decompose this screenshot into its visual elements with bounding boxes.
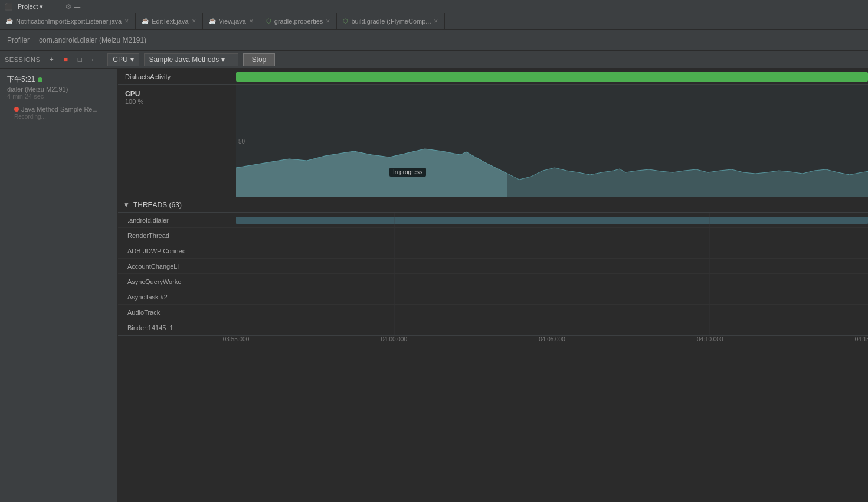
cpu-chart-title: CPU — [125, 90, 229, 98]
stop-session-button[interactable]: □ — [74, 54, 85, 65]
method-label: Sample Java Methods — [149, 56, 220, 64]
session-time-text: 下午5:21 — [7, 74, 35, 84]
project-label: Project — [18, 3, 38, 10]
close-icon2[interactable]: ✕ — [192, 18, 196, 24]
java-icon2: ☕ — [142, 18, 149, 24]
gradle-icon2: ⬡ — [343, 18, 348, 24]
close-icon4[interactable]: ✕ — [326, 18, 330, 24]
method-dropdown[interactable]: Sample Java Methods ▾ — [144, 53, 238, 66]
record-dot-icon — [14, 107, 19, 112]
table-row[interactable]: Binder:14145_1 — [118, 320, 868, 335]
thread-timeline-4 — [236, 274, 868, 289]
thread-timeline-7 — [236, 320, 868, 335]
time-label-3: 04:10.000 — [697, 336, 723, 343]
cpu-dropdown[interactable]: CPU ▾ — [107, 53, 139, 66]
table-row[interactable]: AsyncQueryWorke — [118, 274, 868, 289]
main-layout: 下午5:21 dialer (Meizu M2191) 4 min 24 sec… — [0, 69, 868, 502]
close-icon[interactable]: ✕ — [125, 18, 129, 24]
timeline-footer: 03:55.000 04:00.000 04:05.000 04:10.000 … — [118, 335, 868, 347]
table-row[interactable]: AudioTrack — [118, 305, 868, 320]
threads-header: ▼ THREADS (63) — [118, 197, 868, 213]
sidebar: 下午5:21 dialer (Meizu M2191) 4 min 24 sec… — [0, 69, 118, 502]
time-label-1: 04:00.000 — [381, 336, 408, 343]
minimize-icon[interactable]: — — [74, 3, 80, 11]
project-dropdown-icon: ▾ — [40, 3, 43, 11]
method-dropdown-arrow: ▾ — [221, 56, 225, 64]
recording-name: Java Method Sample Re... — [14, 106, 110, 113]
cpu-chart-area[interactable]: 50 In progress — [236, 85, 868, 197]
recording-item[interactable]: Java Method Sample Re... Recording... — [0, 103, 117, 122]
threads-title: THREADS (63) — [133, 201, 182, 209]
back-button[interactable]: ← — [89, 54, 99, 65]
time-label-2: 04:05.000 — [539, 336, 565, 343]
project-menu[interactable]: Project ▾ — [18, 3, 43, 11]
threads-section: ▼ THREADS (63) .android.dialer — [118, 197, 868, 502]
profiler-device: com.android.dialer (Meizu M2191) — [39, 36, 146, 44]
sessions-toolbar: SESSIONS + ■ □ ← CPU ▾ Sample Java Metho… — [0, 51, 868, 69]
app-icon: ⬛ — [5, 3, 13, 11]
tab-edittext[interactable]: ☕ EditText.java ✕ — [136, 13, 202, 29]
session-item[interactable]: 下午5:21 dialer (Meizu M2191) 4 min 24 sec — [0, 71, 117, 103]
thread-timeline-2 — [236, 243, 868, 258]
activity-header: DialtactsActivity — [118, 69, 868, 85]
stop-button-toolbar[interactable]: Stop — [243, 53, 276, 66]
table-row[interactable]: .android.dialer — [118, 213, 868, 228]
thread-timeline-5 — [236, 289, 868, 304]
session-active-dot — [38, 77, 42, 82]
cpu-max-percent: 100 % — [125, 98, 229, 105]
profiler-bar: Profiler com.android.dialer (Meizu M2191… — [0, 30, 868, 51]
table-row[interactable]: AccountChangeLi — [118, 259, 868, 274]
close-icon5[interactable]: ✕ — [434, 18, 438, 24]
collapse-icon[interactable]: ▼ — [123, 201, 130, 209]
add-session-button[interactable]: + — [46, 54, 57, 65]
cpu-chart-svg — [236, 85, 868, 197]
title-bar: ⬛ Project ▾ ⚙ — — [0, 0, 868, 13]
settings-icon[interactable]: ⚙ — [65, 3, 71, 11]
cpu-dropdown-arrow: ▾ — [130, 56, 134, 64]
close-icon3[interactable]: ✕ — [249, 18, 254, 24]
thread-timeline-6 — [236, 305, 868, 320]
thread-rows: .android.dialer RenderThread — [118, 213, 868, 335]
time-label-4: 04:15.000 — [855, 336, 868, 343]
profiler-label: Profiler — [7, 36, 30, 44]
tab-notification[interactable]: ☕ NotificationImportExportListener.java … — [0, 13, 136, 29]
record-icon: ■ — [64, 56, 68, 64]
table-row[interactable]: AsyncTask #2 — [118, 289, 868, 305]
cpu-50-label: 50 — [238, 138, 245, 144]
tab-build-gradle[interactable]: ⬡ build.gradle (:FlymeComp... ✕ — [337, 13, 445, 29]
sessions-label: SESSIONS — [5, 56, 40, 63]
time-label-0: 03:55.000 — [223, 336, 250, 343]
activity-name: DialtactsActivity — [125, 73, 171, 80]
java-icon: ☕ — [6, 18, 13, 24]
thread-timeline-1 — [236, 228, 868, 243]
session-duration: 4 min 24 sec — [7, 93, 110, 100]
cpu-label: CPU — [113, 56, 127, 64]
tab-bar: ☕ NotificationImportExportListener.java … — [0, 13, 868, 30]
tab-view[interactable]: ☕ View.java ✕ — [203, 13, 260, 29]
cpu-section: CPU 100 % 50 — [118, 85, 868, 197]
tab-gradle-props[interactable]: ⬡ gradle.properties ✕ — [260, 13, 338, 29]
session-device: dialer (Meizu M2191) — [7, 86, 110, 93]
recording-status: Recording... — [14, 113, 110, 120]
record-session-button[interactable]: ■ — [60, 54, 71, 65]
java-icon3: ☕ — [209, 18, 216, 24]
thread-timeline-3 — [236, 259, 868, 273]
table-row[interactable]: RenderThread — [118, 228, 868, 243]
session-time: 下午5:21 — [7, 74, 110, 84]
content-area: DialtactsActivity CPU 100 % — [118, 69, 868, 502]
thread-timeline-0 — [236, 213, 868, 227]
activity-bar — [236, 72, 868, 82]
gradle-icon: ⬡ — [266, 18, 271, 24]
cpu-selector-area: CPU ▾ Sample Java Methods ▾ Stop — [107, 53, 275, 66]
table-row[interactable]: ADB-JDWP Connec — [118, 243, 868, 259]
in-progress-badge: In progress — [389, 168, 426, 177]
cpu-label-area: CPU 100 % — [118, 85, 236, 110]
